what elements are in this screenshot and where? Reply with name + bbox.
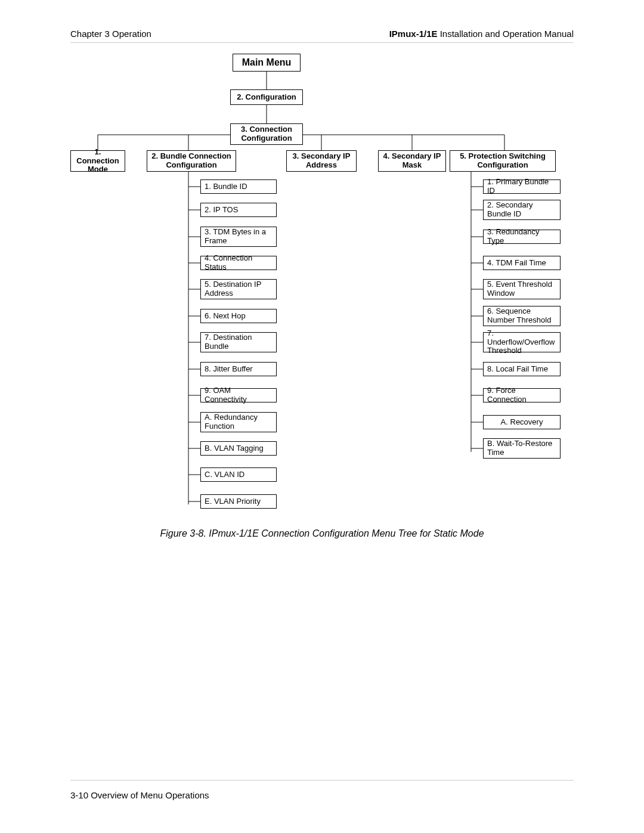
node-main-menu: Main Menu — [233, 54, 301, 72]
node-force-connection: 9. Force Connection — [483, 388, 561, 402]
node-bundle-id: 1. Bundle ID — [200, 179, 277, 194]
node-local-fail-time: 8. Local Fail Time — [483, 362, 561, 376]
node-redundancy-function: A. Redundancy Function — [200, 412, 277, 432]
header-doc: Installation and Operation Manual — [438, 29, 574, 39]
node-tdm-bytes-frame: 3. TDM Bytes in a Frame — [200, 227, 277, 247]
node-secondary-ip-address: 3. Secondary IP Address — [286, 150, 357, 172]
node-configuration: 2. Configuration — [230, 89, 303, 105]
node-destination-bundle: 7. Destination Bundle — [200, 332, 277, 352]
header-chapter: Chapter 3 Operation — [70, 29, 151, 39]
node-secondary-ip-mask: 4. Secondary IP Mask — [378, 150, 446, 172]
node-wait-to-restore-time: B. Wait-To-Restore Time — [483, 438, 561, 459]
node-vlan-id: C. VLAN ID — [200, 467, 277, 482]
page-footer: 3-10 Overview of Menu Operations — [70, 790, 209, 800]
node-ip-tos: 2. IP TOS — [200, 203, 277, 217]
node-recovery: A. Recovery — [483, 415, 561, 429]
page: Chapter 3 Operation IPmux-1/1E Installat… — [0, 0, 644, 833]
node-tdm-fail-time: 4. TDM Fail Time — [483, 256, 561, 270]
header-product: IPmux-1/1E — [389, 29, 438, 39]
page-header: Chapter 3 Operation IPmux-1/1E Installat… — [70, 29, 574, 43]
node-oam-connectivity: 9. OAM Connectivity — [200, 388, 277, 402]
header-manual: IPmux-1/1E Installation and Operation Ma… — [389, 29, 574, 39]
figure-caption: Figure 3-8. IPmux-1/1E Connection Config… — [70, 528, 574, 539]
node-next-hop: 6. Next Hop — [200, 309, 277, 323]
node-sequence-number-threshold: 6. Sequence Number Threshold — [483, 306, 561, 326]
node-jitter-buffer: 8. Jitter Buffer — [200, 362, 277, 376]
node-primary-bundle-id: 1. Primary Bundle ID — [483, 179, 561, 194]
footer-rule — [70, 780, 574, 781]
node-connection-status: 4. Connection Status — [200, 256, 277, 270]
node-redundancy-type: 3. Redundancy Type — [483, 230, 561, 244]
node-event-threshold-window: 5. Event Threshold Window — [483, 279, 561, 299]
node-destination-ip: 5. Destination IP Address — [200, 279, 277, 299]
node-vlan-tagging: B. VLAN Tagging — [200, 441, 277, 456]
node-connection-configuration: 3. Connection Configuration — [230, 123, 303, 145]
node-underflow-overflow-threshold: 7. Underflow/Overflow Threshold — [483, 332, 561, 352]
node-connection-mode: 1. Connection Mode — [70, 150, 125, 172]
node-protection-switching-configuration: 5. Protection Switching Configuration — [450, 150, 556, 172]
node-vlan-priority: E. VLAN Priority — [200, 494, 277, 509]
node-bundle-connection-configuration: 2. Bundle Connection Configuration — [147, 150, 236, 172]
menu-tree-diagram: Main Menu 2. Configuration 3. Connection… — [70, 54, 574, 519]
node-secondary-bundle-id: 2. Secondary Bundle ID — [483, 200, 561, 220]
